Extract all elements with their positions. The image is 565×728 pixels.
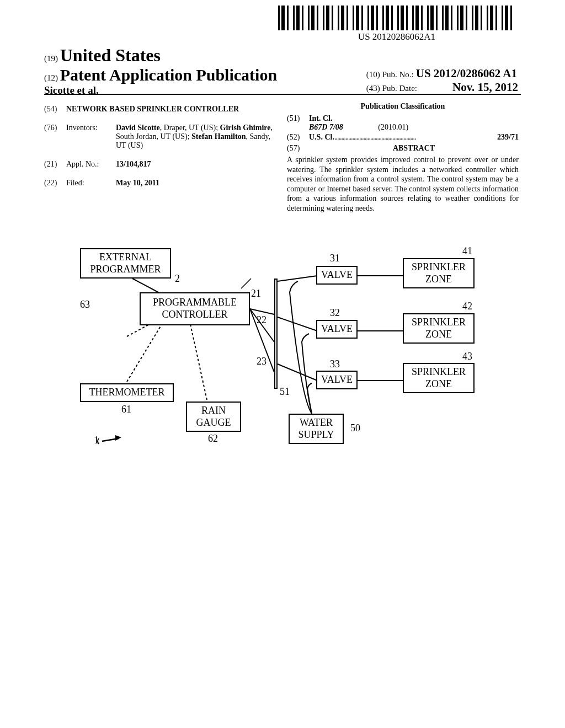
label-33: 33: [330, 358, 340, 370]
int-cl-row: (51) Int. Cl. B67D 7/08 (2010.01): [287, 114, 519, 132]
label-61: 61: [121, 404, 131, 415]
box-valve-3: VALVE: [316, 371, 358, 389]
int-cl-label: Int. Cl.: [309, 114, 519, 123]
label-41: 41: [462, 245, 472, 257]
classification-heading: Publication Classification: [287, 102, 519, 111]
svg-line-8: [278, 276, 317, 281]
filed-value: May 10, 2011: [116, 179, 276, 188]
pub-type-code: (12): [44, 73, 58, 82]
header-right: (10) Pub. No.: US 2012/0286062 A1 (43) P…: [366, 67, 518, 94]
box-valve-2: VALVE: [316, 320, 358, 339]
label-50: 50: [350, 422, 360, 434]
filed-label: Filed:: [66, 179, 116, 188]
inventors-row: (76) Inventors: David Sicotte, Draper, U…: [44, 124, 276, 150]
label-2: 2: [175, 273, 180, 285]
box-valve-1: VALVE: [316, 266, 358, 285]
us-cl-row: (52) U.S. Cl. ..........................…: [287, 133, 519, 142]
abstract-header-row: (57) ABSTRACT: [287, 144, 519, 153]
controller-output-rail: [274, 279, 279, 389]
label-1: 1: [94, 435, 99, 446]
label-62: 62: [208, 433, 218, 445]
right-column: Publication Classification (51) Int. Cl.…: [287, 102, 519, 213]
pub-num: US 2012/0286062 A1: [416, 67, 517, 80]
filed-row: (22) Filed: May 10, 2011: [44, 179, 276, 188]
svg-marker-14: [115, 435, 121, 441]
pub-date: Nov. 15, 2012: [452, 81, 518, 94]
label-51: 51: [280, 386, 290, 398]
box-programmable-controller: PROGRAMMABLE CONTROLLER: [140, 292, 250, 325]
title-code: (54): [44, 105, 66, 114]
label-63: 63: [80, 299, 90, 311]
us-cl-dots: ........................................…: [334, 133, 497, 142]
svg-line-10: [278, 364, 317, 381]
pub-num-code: (10): [366, 70, 380, 79]
filed-code: (22): [44, 179, 66, 188]
country-code: (19): [44, 54, 58, 63]
inventors-label: Inventors:: [66, 124, 116, 132]
us-cl-label: U.S. Cl.: [309, 133, 334, 142]
appl-no-value: 13/104,817: [116, 160, 276, 169]
int-cl-code: (51): [287, 114, 309, 123]
divider-line: [44, 94, 521, 95]
barcode-section: US 20120286062A1: [278, 6, 515, 42]
us-cl-code: (52): [287, 133, 309, 142]
header-left: (19) United States (12) Patent Applicati…: [44, 45, 277, 97]
label-32: 32: [330, 307, 340, 319]
svg-line-2: [127, 323, 163, 382]
box-zone-2: SPRINKLER ZONE: [403, 313, 475, 344]
title-text: NETWORK BASED SPRINKLER CONTROLLER: [66, 105, 276, 114]
us-cl-value: 239/71: [497, 133, 519, 142]
label-43: 43: [462, 351, 472, 362]
abstract-body: A sprinkler system provides improved con…: [287, 155, 519, 213]
abstract-heading: ABSTRACT: [309, 144, 519, 153]
appl-no-row: (21) Appl. No.: 13/104,817: [44, 160, 276, 169]
country-name: United States: [60, 45, 161, 65]
label-22: 22: [257, 314, 266, 326]
box-zone-3: SPRINKLER ZONE: [403, 363, 475, 393]
diagram: EXTERNAL PROGRAMMER PROGRAMMABLE CONTROL…: [80, 248, 488, 491]
label-31: 31: [330, 253, 340, 264]
int-cl-version: (2010.01): [378, 123, 408, 131]
pub-date-label: Pub. Date:: [382, 84, 417, 93]
int-cl-class: B67D 7/08: [309, 123, 343, 131]
label-21: 21: [251, 288, 261, 299]
box-thermometer: THERMOMETER: [80, 383, 174, 402]
inventors-code: (76): [44, 124, 66, 132]
left-column: (54) NETWORK BASED SPRINKLER CONTROLLER …: [44, 105, 276, 197]
pub-date-code: (43): [366, 84, 380, 93]
svg-line-5: [250, 309, 274, 314]
box-water-supply: WATER SUPPLY: [289, 414, 344, 444]
barcode-graphic: [278, 6, 515, 30]
svg-line-4: [241, 279, 251, 288]
abstract-code: (57): [287, 144, 309, 153]
label-23: 23: [257, 356, 266, 367]
box-external-programmer: EXTERNAL PROGRAMMER: [80, 248, 171, 279]
inventors-value: David Sicotte, Draper, UT (US); Girish G…: [116, 124, 276, 150]
title-row: (54) NETWORK BASED SPRINKLER CONTROLLER: [44, 105, 276, 114]
box-rain-gauge: RAIN GAUGE: [186, 402, 241, 432]
appl-no-label: Appl. No.:: [66, 160, 116, 169]
svg-line-3: [190, 324, 207, 400]
box-zone-1: SPRINKLER ZONE: [403, 258, 475, 288]
svg-line-9: [278, 317, 317, 331]
pub-num-label: Pub. No.:: [382, 70, 414, 79]
appl-no-code: (21): [44, 160, 66, 169]
barcode-text: US 20120286062A1: [278, 31, 515, 42]
label-42: 42: [462, 301, 472, 312]
pub-type: Patent Application Publication: [60, 66, 277, 84]
